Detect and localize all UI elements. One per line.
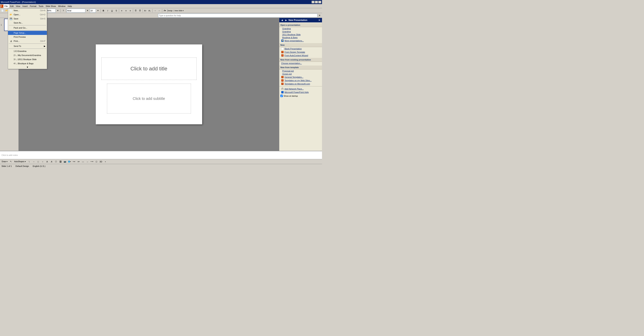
menu-insert[interactable]: Insert <box>21 4 29 8</box>
open-link-grandma2[interactable]: Grandma <box>279 30 322 33</box>
open-link-boutique-slide[interactable]: 2011 Boutique Slide <box>279 33 322 36</box>
canvas-area: Click to add title Click to add subtitle <box>19 18 279 151</box>
panel-nav-next[interactable]: ► <box>284 19 288 22</box>
shadow-style-btn[interactable]: ◻ <box>94 160 98 164</box>
menu-tools[interactable]: Tools <box>38 4 44 8</box>
font-dropdown[interactable]: ▾ <box>86 8 90 13</box>
menu-open[interactable]: 📂 Open... Ctrl+O <box>8 12 47 16</box>
right-panel-close[interactable]: ✕ <box>318 19 321 22</box>
fill-color-btn[interactable]: 🪣▾ <box>68 160 72 164</box>
align-right-btn[interactable]: ≡ <box>128 8 132 13</box>
dash-style-btn[interactable]: -- <box>85 160 90 164</box>
underline-btn[interactable]: U <box>110 8 114 13</box>
menu-recent-3[interactable]: 3 \...\2011 Boutique Slide <box>8 57 47 62</box>
align-center-btn[interactable]: ≡ <box>124 8 128 13</box>
subtitle-placeholder[interactable]: Click to add subtitle <box>107 84 191 114</box>
blank-presentation-link[interactable]: Blank Presentation <box>279 47 322 50</box>
menu-page-setup[interactable]: Page Setup... <box>8 31 47 35</box>
minimize-button[interactable]: _ <box>312 1 314 3</box>
indent-more-btn[interactable]: → <box>153 8 157 13</box>
menu-print-preview[interactable]: Print Preview <box>8 35 47 39</box>
fontsize-dropdown[interactable]: ▾ <box>96 8 100 13</box>
folder-icon: 📁 <box>281 40 284 42</box>
increase-font-btn[interactable]: A↑ <box>143 8 148 13</box>
more-btn[interactable]: • <box>103 160 107 164</box>
maximize-button[interactable]: □ <box>315 1 318 3</box>
textbox-btn[interactable]: A <box>45 160 49 164</box>
line-color-btn[interactable]: ✏▾ <box>72 160 76 164</box>
menu-print[interactable]: 🖨 Print... Ctrl+P <box>8 39 47 43</box>
ocean-pot-link[interactable]: Ocean.pot <box>279 72 322 76</box>
oval-btn[interactable]: ○ <box>40 160 44 164</box>
from-design-link[interactable]: P From Design Template <box>279 50 322 54</box>
align-left-btn[interactable]: ≡ <box>120 8 124 13</box>
new-slide-btn[interactable]: □ New Slide ▾ <box>172 8 184 13</box>
bullets-btn[interactable]: ☰ <box>138 8 142 13</box>
shadow-btn[interactable]: S <box>114 8 118 13</box>
font-color-btn[interactable]: A▾ <box>163 8 167 13</box>
show-startup-checkbox[interactable] <box>280 95 283 97</box>
choose-presentation-link[interactable]: Choose presentation... <box>279 62 322 65</box>
right-panel-title: New Presentation <box>288 19 308 22</box>
bottom-divider <box>279 86 322 86</box>
arrow-btn[interactable]: → <box>32 160 36 164</box>
menu-window[interactable]: Window <box>57 4 66 8</box>
numbering-btn[interactable]: ☰ <box>134 8 138 13</box>
autoshapes-btn[interactable]: AutoShapes ▾ <box>13 160 27 164</box>
font-color-btn2[interactable]: A▾ <box>76 160 80 164</box>
from-wizard-link[interactable]: P From AutoContent Wizard <box>279 54 322 57</box>
menu-help[interactable]: Help <box>67 4 73 8</box>
open-link-grandma1[interactable]: Grandma <box>279 27 322 30</box>
general-templates-link[interactable]: P General Templates... <box>279 76 322 79</box>
line-style-btn[interactable]: — <box>81 160 85 164</box>
menu-save[interactable]: 💾 Save Ctrl+S <box>8 16 47 21</box>
add-network-link[interactable]: Add Network Place... <box>279 87 322 90</box>
menu-new[interactable]: 📄 New... Ctrl+N <box>8 8 47 12</box>
line-btn[interactable]: \ <box>27 160 31 164</box>
menu-save-as[interactable]: Save As... <box>8 21 47 25</box>
notes-area[interactable]: Click to add notes <box>0 151 322 159</box>
select-btn[interactable]: ↖ <box>9 160 13 164</box>
fontsize-input[interactable]: 18 <box>90 9 96 12</box>
menu-edit[interactable]: Edit <box>9 4 15 8</box>
indent-less-btn[interactable]: ← <box>157 8 162 13</box>
menu-pack-go[interactable]: Pack and Go... <box>8 26 47 30</box>
ppt-help-link[interactable]: ? Microsoft PowerPoint Help <box>279 90 322 94</box>
web-templates-link[interactable]: P Templates on my Web Sites... <box>279 79 322 82</box>
menu-recent-2[interactable]: 2 \...\My Documents\Grandma <box>8 53 47 57</box>
font-input[interactable]: Arial <box>67 9 85 12</box>
menu-send-to[interactable]: Send To ▶ <box>8 44 47 48</box>
italic-btn[interactable]: I <box>106 8 110 13</box>
panel-nav-prev[interactable]: ◄ <box>280 19 284 22</box>
3d-btn[interactable]: 3D <box>99 160 103 164</box>
proposal-pot-link[interactable]: Proposal.pot <box>279 70 322 72</box>
title-placeholder[interactable]: Click to add title <box>101 58 196 80</box>
arrow-style-btn[interactable]: ⟶ <box>90 160 94 164</box>
new-btn[interactable]: 📄 <box>0 8 4 13</box>
decrease-font-btn[interactable]: A↓ <box>148 8 152 13</box>
diagram-btn[interactable]: ⬡ <box>54 160 58 164</box>
insert-pic-btn[interactable]: 📷 <box>63 160 67 164</box>
help-btn[interactable]: ? <box>61 8 65 13</box>
open-link-boutique-bags[interactable]: Boutique & Bags <box>279 36 322 39</box>
more-presentations-link[interactable]: 📁 More presentations... <box>279 39 322 42</box>
menu-slideshow[interactable]: Slide Show <box>44 4 57 8</box>
menu-recent-1[interactable]: 1 E:\Grandma <box>8 49 47 53</box>
draw-btn[interactable]: Draw ▾ <box>1 160 8 164</box>
bold-btn[interactable]: B <box>101 8 106 13</box>
menu-view[interactable]: View <box>15 4 22 8</box>
clip-art-btn[interactable]: 🖼 <box>58 160 62 164</box>
zoom-input[interactable]: 80% <box>47 9 56 12</box>
zoom-dropdown[interactable]: ▾ <box>56 8 60 13</box>
rect-btn[interactable]: □ <box>36 160 40 164</box>
close-help-btn[interactable]: ✕ <box>318 14 322 18</box>
close-button[interactable]: ✕ <box>318 1 321 3</box>
type-question-input[interactable]: Type a question for help <box>158 14 318 17</box>
design-btn[interactable]: Design <box>168 8 172 13</box>
slide-canvas[interactable]: Click to add title Click to add subtitle <box>96 44 202 124</box>
menu-recent-4[interactable]: 4 \...\Boutique & Bags <box>8 62 47 66</box>
menu-format[interactable]: Format <box>29 4 38 8</box>
wordart-btn[interactable]: A <box>50 160 54 164</box>
menu-file[interactable]: File <box>3 4 9 8</box>
ms-templates-link[interactable]: P Templates on Microsoft.com <box>279 82 322 86</box>
